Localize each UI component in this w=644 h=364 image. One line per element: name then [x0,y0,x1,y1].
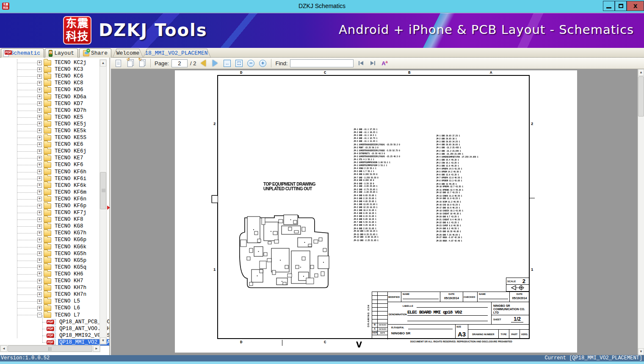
tree-item-folder[interactable]: +TECNO L6 [0,305,100,311]
find-next-button[interactable] [368,58,377,68]
expander-icon[interactable]: + [37,122,42,126]
expander-icon[interactable]: + [37,94,42,99]
match-case-button[interactable]: Aa [380,58,389,68]
expander-icon[interactable]: + [37,156,42,161]
tree-item-folder[interactable]: +TECNO KC6 [0,73,100,80]
tree-item-folder[interactable]: +TECNO KE5j [0,121,100,128]
viewer-vertical-scrollbar[interactable]: ▲ ▼ [638,69,644,355]
tree-item-folder[interactable]: +TECNO KC8 [0,80,100,86]
fit-width-button[interactable]: ↔ [222,58,232,68]
tree-item-folder[interactable]: +TECNO KG5h [0,250,100,257]
sidebar-horizontal-scrollbar[interactable]: ◄ ► [0,345,100,352]
tree-item-folder[interactable]: +TECNO KF7j [0,209,100,216]
expander-icon[interactable]: + [37,163,42,167]
tree-item-folder[interactable]: +TECNO KD7 [0,100,100,107]
expander-icon[interactable]: + [37,279,42,283]
tree-item-folder[interactable]: +TECNO KE5S [0,134,100,141]
tree-item-folder[interactable]: +TECNO KD6a [0,93,100,100]
scrollbar-thumb[interactable] [638,76,644,117]
scroll-right-icon[interactable]: ► [93,345,100,352]
tree-item-folder[interactable]: +TECNO KF6k [0,182,100,189]
expander-icon[interactable]: + [37,88,42,92]
expander-icon[interactable]: + [37,67,42,72]
expander-icon[interactable]: + [37,224,42,229]
find-input[interactable] [290,59,354,67]
tree-item-folder[interactable]: +TECNO KF6m [0,189,100,196]
scroll-down-icon[interactable]: ▼ [100,337,106,344]
expander-icon[interactable]: + [37,142,42,147]
expander-icon[interactable]: + [37,211,42,215]
scrollbar-thumb[interactable] [8,345,92,352]
expander-icon[interactable]: + [37,74,42,79]
tree-item-folder[interactable]: +TECNO KC3 [0,66,100,73]
expander-icon[interactable]: + [37,108,42,113]
tree-item-document[interactable]: PDFQP18_ANT_PCB_VOO_PLACEMENT [0,319,100,325]
tree-item-folder[interactable]: +TECNO KG6k [0,244,100,250]
rotate-right-button[interactable] [137,58,146,68]
doc-tab-welcome[interactable]: Welcome [113,49,143,58]
scroll-up-icon[interactable]: ▲ [100,60,106,67]
maximize-button[interactable] [615,1,627,11]
single-page-button[interactable] [113,58,123,68]
splitter-arrow-icon[interactable] [107,206,110,210]
zoom-in-button[interactable]: + [258,58,267,68]
tree-item-folder[interactable]: +TECNO KH6 [0,271,100,278]
expander-icon[interactable]: + [37,231,42,236]
expander-icon[interactable]: + [37,101,42,106]
tree-item-folder[interactable]: +TECNO KG8 [0,223,100,230]
pdf-viewer[interactable]: D C B A D C 2 2 1 1 V TOP EQUIPMENT DRAW… [111,69,638,355]
expander-icon[interactable]: + [37,197,42,201]
tree-item-folder[interactable]: +TECNO KE7 [0,155,100,161]
tree-item-folder[interactable]: +TECNO KF8 [0,216,100,223]
tree-item-folder[interactable]: +TECNO L5 [0,298,100,305]
expander-icon[interactable]: + [37,183,42,188]
tree-item-folder[interactable]: +TECNO KC2j [0,59,100,66]
expander-icon[interactable]: + [37,258,42,263]
tree-item-folder[interactable]: +TECNO KF6h [0,169,100,175]
tree-item-folder[interactable]: +TECNO KE5k [0,128,100,134]
tree-item-folder[interactable]: +TECNO KH7h [0,284,100,291]
expander-icon[interactable]: + [37,169,42,174]
tree-item-folder[interactable]: +TECNO KF6n [0,196,100,203]
sidebar-vertical-scrollbar[interactable]: ▲ ▼ [100,59,107,345]
expander-icon[interactable]: + [37,245,42,249]
scroll-up-icon[interactable]: ▲ [638,69,644,76]
tree-item-folder[interactable]: +TECNO KD7h [0,107,100,114]
close-button[interactable]: x [627,1,644,11]
expander-icon[interactable]: + [37,128,42,133]
tab-layout[interactable]: PADS Layout [45,48,78,58]
tree-item-folder[interactable]: +TECNO KG6p [0,236,100,243]
expander-icon[interactable]: − [37,313,42,317]
tree-item-folder[interactable]: +TECNO KF6p [0,203,100,209]
expander-icon[interactable]: + [37,299,42,304]
minimize-button[interactable] [603,1,615,11]
expander-icon[interactable]: + [37,286,42,290]
expander-icon[interactable]: + [37,61,42,65]
expander-icon[interactable]: + [37,238,42,242]
tree-item-document[interactable]: PDFQP18_MMI92_V02.SCH.1 [0,332,100,339]
scrollbar-thumb[interactable] [100,172,106,209]
tree-item-folder[interactable]: +TECNO KH7n [0,291,100,298]
page-number-input[interactable] [171,59,188,67]
tree-item-folder[interactable]: +TECNO KG5q [0,264,100,271]
rotate-left-button[interactable] [125,58,135,68]
scroll-down-icon[interactable]: ▼ [638,348,644,355]
tree-item-folder[interactable]: +TECNO KE5 [0,114,100,121]
tab-close-icon[interactable]: x [213,51,216,56]
expander-icon[interactable]: + [37,115,42,119]
next-page-button[interactable] [210,58,220,68]
tree-item-folder[interactable]: +TECNO KE6j [0,148,100,155]
tree-item-folder[interactable]: +TECNO KH7 [0,278,100,284]
expander-icon[interactable]: + [37,136,42,140]
expander-icon[interactable]: + [37,217,42,222]
expander-icon[interactable]: + [37,204,42,208]
tab-share[interactable]: + Share [79,48,111,58]
previous-page-button[interactable] [199,58,208,68]
expander-icon[interactable]: + [37,272,42,276]
tree-item-folder[interactable]: +TECNO KF6i [0,175,100,182]
zoom-out-button[interactable]: − [246,58,255,68]
expander-icon[interactable]: + [37,190,42,195]
expander-icon[interactable]: + [37,176,42,181]
tree-item-folder[interactable]: +TECNO KF6 [0,161,100,168]
expander-icon[interactable]: + [37,265,42,270]
